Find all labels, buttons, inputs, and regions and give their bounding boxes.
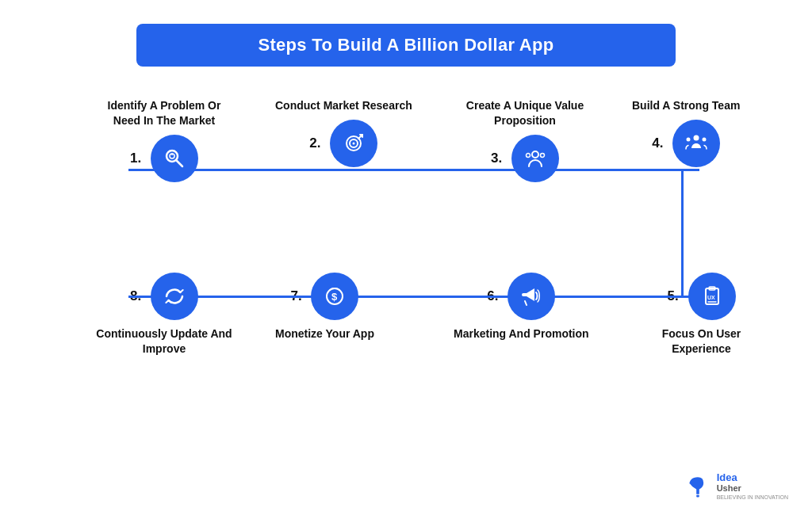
svg-point-9 <box>527 153 530 157</box>
svg-point-11 <box>694 135 699 140</box>
page-title: Steps To Build A Billion Dollar App <box>184 35 628 55</box>
svg-rect-21 <box>696 495 699 498</box>
logo-icon <box>684 471 712 500</box>
step-4: Build A Strong Team 4. <box>632 98 740 167</box>
step-7-label: Monetize Your App <box>275 326 374 341</box>
step-3-circle-row: 3. <box>491 135 559 182</box>
svg-point-6 <box>353 142 355 144</box>
svg-point-12 <box>687 137 691 141</box>
title-banner: Steps To Build A Billion Dollar App <box>136 24 676 67</box>
step-5-label: Focus On User Experience <box>632 326 771 357</box>
svg-text:$: $ <box>331 291 338 303</box>
svg-point-10 <box>541 153 545 157</box>
step-1-number: 1. <box>130 151 149 166</box>
search-icon <box>162 146 187 171</box>
line-right-connector <box>681 169 684 298</box>
svg-line-1 <box>177 160 183 166</box>
logo-brand2: Usher <box>717 483 788 494</box>
step-6-icon-circle <box>508 273 555 320</box>
svg-point-13 <box>703 137 707 141</box>
line-top <box>128 169 699 171</box>
step-2-label: Conduct Market Research <box>275 98 412 113</box>
step-1-icon-circle <box>151 135 198 182</box>
logo-text: Idea Usher BELIEVING IN INNOVATION <box>717 471 788 501</box>
svg-point-8 <box>532 151 538 158</box>
step-8-icon-circle <box>151 273 198 320</box>
logo-tagline: BELIEVING IN INNOVATION <box>717 494 788 501</box>
target-icon <box>341 131 366 156</box>
step-5: 5. UX Focus On User Experience <box>632 273 771 357</box>
step-6-label: Marketing And Promotion <box>454 326 589 341</box>
step-3-label: Create A Unique Value Proposition <box>454 98 596 128</box>
refresh-icon <box>162 284 187 309</box>
step-4-icon-circle <box>672 120 720 167</box>
step-1-circle-row: 1. <box>130 135 198 182</box>
svg-line-18 <box>525 301 527 305</box>
step-2: Conduct Market Research 2. <box>275 98 412 167</box>
step-6: 6. Marketing And Promotion <box>454 273 589 341</box>
step-3-icon-circle <box>511 135 559 182</box>
step-5-icon-circle: UX <box>688 273 736 320</box>
step-3-number: 3. <box>491 151 510 166</box>
step-4-label: Build A Strong Team <box>632 98 740 113</box>
logo-brand1: Idea <box>717 471 788 484</box>
step-8-label: Continuously Update And Improve <box>93 326 236 357</box>
monetize-icon: $ <box>322 284 347 309</box>
step-4-circle-row: 4. <box>652 120 720 167</box>
value-prop-icon <box>523 146 548 171</box>
step-7-icon-circle: $ <box>311 273 358 320</box>
step-1-label: Identify A Problem Or Need In The Market <box>93 98 236 128</box>
step-2-number: 2. <box>309 135 328 151</box>
step-8: 8. Continuously Update And Improve <box>93 273 236 357</box>
step-2-icon-circle <box>330 120 377 167</box>
megaphone-icon <box>519 284 544 309</box>
svg-text:UX: UX <box>707 295 715 300</box>
step-7: 7. $ Monetize Your App <box>275 273 374 341</box>
step-2-circle-row: 2. <box>309 120 377 167</box>
line-bottom <box>128 296 699 298</box>
logo: Idea Usher BELIEVING IN INNOVATION <box>684 471 788 501</box>
ux-icon: UX <box>699 284 725 309</box>
diagram: Identify A Problem Or Need In The Market… <box>41 98 771 383</box>
page-wrapper: Steps To Build A Billion Dollar App Iden… <box>0 0 812 515</box>
team-icon <box>684 131 709 156</box>
step-4-number: 4. <box>652 135 671 151</box>
